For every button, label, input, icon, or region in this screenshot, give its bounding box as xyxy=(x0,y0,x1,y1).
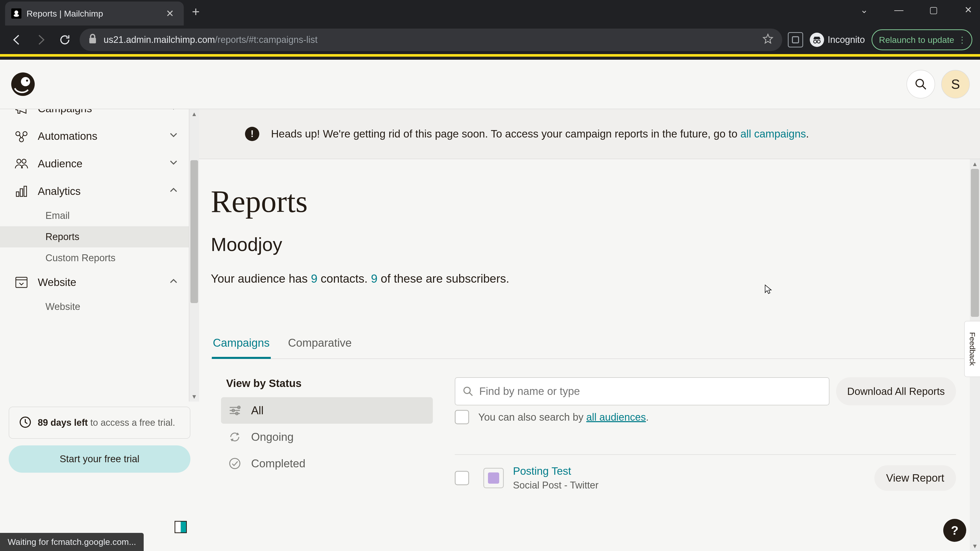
sidebar-sub-reports[interactable]: Reports xyxy=(0,226,189,248)
svg-point-12 xyxy=(19,138,24,142)
tab-search-caret-icon[interactable]: ⌄ xyxy=(859,5,869,15)
social-post-icon xyxy=(484,468,504,488)
chevron-up-icon xyxy=(169,185,179,198)
sidebar-item-label: Automations xyxy=(38,130,97,142)
status-filter-ongoing[interactable]: Ongoing xyxy=(221,424,433,450)
report-list-item: Posting Test Social Post - Twitter View … xyxy=(455,454,956,491)
tab-favicon xyxy=(11,8,21,19)
bookmark-star-icon[interactable] xyxy=(762,33,773,47)
window-minimize-icon[interactable]: — xyxy=(894,5,904,15)
address-url: us21.admin.mailchimp.com/reports/#t:camp… xyxy=(103,35,318,45)
window-close-icon[interactable]: ✕ xyxy=(963,5,974,15)
audience-summary: Your audience has 9 contacts. 9 of these… xyxy=(211,272,968,286)
scroll-down-icon[interactable]: ▼ xyxy=(970,541,980,551)
back-button[interactable] xyxy=(8,30,26,49)
report-search-input[interactable] xyxy=(479,385,822,397)
scroll-up-icon[interactable]: ▲ xyxy=(189,109,199,119)
forward-button xyxy=(32,30,50,49)
automation-icon xyxy=(14,129,29,143)
trial-banner: 89 days left to access a free trial. xyxy=(9,407,190,439)
sidebar-sub-custom-reports[interactable]: Custom Reports xyxy=(0,248,189,268)
sidebar-item-automations[interactable]: Automations xyxy=(0,122,189,150)
new-tab-button[interactable]: + xyxy=(187,2,204,22)
info-icon: ! xyxy=(245,127,259,141)
extensions-icon[interactable] xyxy=(788,32,803,48)
feedback-tab[interactable]: Feedback xyxy=(964,321,980,377)
subscribers-count: 9 xyxy=(371,272,377,285)
svg-point-14 xyxy=(22,159,26,163)
aux-text-suffix: . xyxy=(646,411,649,423)
start-trial-button[interactable]: Start your free trial xyxy=(9,445,190,473)
report-item-subtitle: Social Post - Twitter xyxy=(513,480,598,491)
audience-icon xyxy=(14,157,29,171)
banner-text-suffix: . xyxy=(806,128,809,140)
report-item-title[interactable]: Posting Test xyxy=(513,465,598,477)
tab-campaigns[interactable]: Campaigns xyxy=(212,337,271,359)
row-checkbox[interactable] xyxy=(455,471,469,485)
sidebar-sub-website[interactable]: Website xyxy=(0,296,189,318)
org-name: Moodjoy xyxy=(211,233,968,256)
sidebar-item-label: Campaigns xyxy=(38,109,92,115)
scroll-up-icon[interactable]: ▲ xyxy=(970,159,980,169)
sidebar-item-analytics[interactable]: Analytics xyxy=(0,178,189,205)
status-filter-all[interactable]: All xyxy=(221,397,433,424)
download-all-reports-button[interactable]: Download All Reports xyxy=(836,377,956,405)
help-button[interactable]: ? xyxy=(943,519,966,542)
sidebar-item-audience[interactable]: Audience xyxy=(0,150,189,178)
select-all-checkbox[interactable] xyxy=(455,410,469,424)
tab-comparative[interactable]: Comparative xyxy=(287,337,353,359)
kebab-menu-icon[interactable]: ⋮ xyxy=(958,35,965,45)
mailchimp-logo-icon[interactable] xyxy=(10,71,36,97)
sidebar-item-label: Analytics xyxy=(38,185,81,197)
window-maximize-icon[interactable]: ▢ xyxy=(928,5,939,15)
svg-point-7 xyxy=(21,77,30,86)
trial-days-left: 89 days left xyxy=(38,417,88,428)
report-search-box[interactable] xyxy=(455,377,829,405)
svg-point-23 xyxy=(230,458,240,468)
chevron-down-icon xyxy=(169,109,179,115)
contacts-count: 9 xyxy=(311,272,318,285)
reload-button[interactable] xyxy=(56,30,74,49)
app-topbar: S xyxy=(0,60,980,109)
svg-point-4 xyxy=(814,40,817,43)
global-search-button[interactable] xyxy=(907,70,935,98)
lock-icon xyxy=(88,34,97,46)
status-ongoing-icon xyxy=(228,430,242,444)
scroll-down-icon[interactable]: ▼ xyxy=(189,392,199,402)
view-report-button[interactable]: View Report xyxy=(874,465,956,491)
svg-point-8 xyxy=(26,79,28,82)
banner-text: Heads up! We're getting rid of this page… xyxy=(271,128,740,140)
chevron-down-icon xyxy=(169,157,179,170)
svg-point-5 xyxy=(817,40,820,43)
cookie-pref-icon[interactable] xyxy=(175,521,187,533)
address-bar[interactable]: us21.admin.mailchimp.com/reports/#t:camp… xyxy=(80,29,782,51)
accent-bar xyxy=(0,54,980,57)
sidebar-item-website[interactable]: Website xyxy=(0,268,189,296)
status-completed-icon xyxy=(228,457,242,470)
website-icon xyxy=(14,275,29,289)
megaphone-icon xyxy=(14,109,29,116)
sidebar-item-campaigns[interactable]: Campaigns xyxy=(0,109,189,122)
svg-rect-15 xyxy=(16,192,19,197)
banner-link[interactable]: all campaigns xyxy=(740,128,806,140)
sidebar-scrollbar[interactable]: ▲ ▼ xyxy=(189,109,199,402)
status-filter-completed[interactable]: Completed xyxy=(221,450,433,477)
svg-rect-18 xyxy=(16,277,27,287)
svg-point-0 xyxy=(14,11,18,14)
analytics-icon xyxy=(14,184,29,198)
svg-rect-16 xyxy=(20,189,23,197)
tab-close-icon[interactable]: ✕ xyxy=(164,7,176,20)
scrollbar-thumb[interactable] xyxy=(190,160,198,303)
all-audiences-link[interactable]: all audiences xyxy=(586,411,646,423)
relaunch-button[interactable]: Relaunch to update ⋮ xyxy=(872,29,972,50)
svg-point-1 xyxy=(14,14,19,17)
account-avatar[interactable]: S xyxy=(941,70,970,98)
scrollbar-thumb[interactable] xyxy=(971,169,979,317)
incognito-label: Incognito xyxy=(828,35,865,45)
svg-point-13 xyxy=(17,159,21,163)
svg-rect-2 xyxy=(89,38,96,43)
sidebar-sub-email[interactable]: Email xyxy=(0,205,189,226)
sidebar-item-label: Audience xyxy=(38,158,83,170)
browser-tab[interactable]: Reports | Mailchimp ✕ xyxy=(5,2,184,25)
status-label: All xyxy=(251,404,264,417)
